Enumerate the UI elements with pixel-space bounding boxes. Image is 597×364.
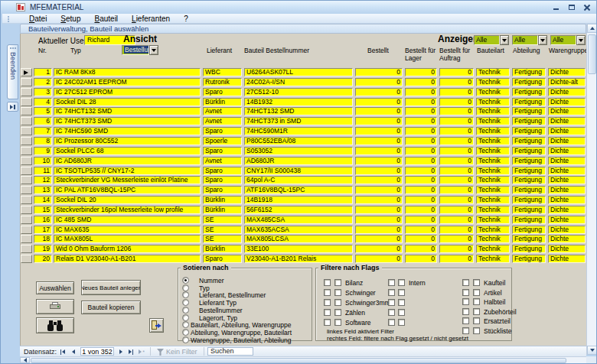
cell-lieferant[interactable]: Bürklin bbox=[203, 245, 242, 253]
cell-lager[interactable]: 0 bbox=[405, 226, 437, 234]
cell-warengruppe[interactable]: Dichte bbox=[548, 226, 586, 234]
cell-bauteilart[interactable]: Technik bbox=[476, 117, 510, 125]
first-record-button[interactable] bbox=[58, 348, 67, 356]
cell-nr[interactable]: 9 bbox=[34, 147, 52, 155]
cell-auftrag[interactable]: 0 bbox=[439, 255, 474, 263]
cell-bestellnummer[interactable]: 14B1932 bbox=[244, 98, 353, 106]
cell-bestellnummer[interactable]: ATF16V8BQL-15PC bbox=[244, 186, 353, 194]
cell-abteilung[interactable]: Fertigung bbox=[512, 186, 546, 194]
cell-lieferant[interactable]: SE bbox=[203, 235, 242, 243]
row-selector[interactable] bbox=[21, 235, 32, 243]
cell-lager[interactable]: 0 bbox=[405, 78, 437, 86]
cell-lager[interactable]: 0 bbox=[405, 127, 437, 135]
cell-auftrag[interactable]: 0 bbox=[439, 127, 474, 135]
last-record-button[interactable] bbox=[126, 348, 135, 356]
cell-auftrag[interactable]: 0 bbox=[439, 147, 474, 155]
cell-typ[interactable]: Wid 0 Ohm Bauform 1206 bbox=[54, 245, 201, 253]
expand-pane-button[interactable] bbox=[7, 102, 18, 112]
row-selector[interactable] bbox=[21, 226, 32, 234]
cell-bestellnummer[interactable]: AD680JR bbox=[244, 157, 353, 165]
cell-lager[interactable]: 0 bbox=[405, 107, 437, 115]
flag-activate-checkbox-col3-1[interactable] bbox=[462, 289, 469, 296]
cell-auftrag[interactable]: 0 bbox=[439, 226, 474, 234]
cell-abteilung[interactable]: Fertigung bbox=[512, 167, 546, 175]
cell-auftrag[interactable]: 0 bbox=[439, 107, 474, 115]
cell-bestellnummer[interactable]: 56F6152 bbox=[244, 206, 353, 214]
cell-abteilung[interactable]: Fertigung bbox=[512, 127, 546, 135]
cell-typ[interactable]: IC AD680JR bbox=[54, 157, 201, 165]
cell-lager[interactable]: 0 bbox=[405, 255, 437, 263]
cell-bauteilart[interactable]: Technik bbox=[476, 255, 510, 263]
scroll-left-button[interactable] bbox=[20, 357, 30, 363]
cell-abteilung[interactable]: Fertigung bbox=[512, 147, 546, 155]
cell-abteilung[interactable]: Fertigung bbox=[512, 98, 546, 106]
print-button[interactable] bbox=[36, 299, 74, 314]
row-selector[interactable] bbox=[21, 186, 32, 194]
row-selector[interactable] bbox=[21, 167, 32, 175]
row-selector[interactable] bbox=[21, 98, 32, 106]
cell-nr[interactable]: 17 bbox=[34, 226, 52, 234]
cell-bestellnummer[interactable]: MAX485CSA bbox=[244, 216, 353, 224]
cell-bestellt[interactable]: 0 bbox=[355, 157, 403, 165]
table-row[interactable]: 18IC MAX805LSEMAX805LCSA000TechnikFertig… bbox=[21, 235, 586, 245]
flag-value-checkbox-col3-4[interactable] bbox=[473, 317, 480, 324]
flag-value-checkbox-col1-4[interactable] bbox=[334, 319, 341, 326]
cell-typ[interactable]: IC PAL ATF16V8BQL-15PC bbox=[54, 186, 201, 194]
cell-warengruppe[interactable]: Dichte bbox=[548, 167, 586, 175]
cell-nr[interactable]: 3 bbox=[34, 88, 52, 96]
ansicht-combobox[interactable]: Bestellung bbox=[122, 45, 158, 55]
cell-warengruppe[interactable]: Dichte bbox=[548, 235, 586, 243]
cell-auftrag[interactable]: 0 bbox=[439, 98, 474, 106]
cell-nr[interactable]: 4 bbox=[34, 98, 52, 106]
table-row[interactable]: 11IC TSOTLP535 // CNY17-2SparoCNY17/II S… bbox=[21, 167, 586, 177]
cell-warengruppe[interactable]: Dichte bbox=[548, 206, 586, 214]
cell-lieferant[interactable]: Sparo bbox=[203, 167, 242, 175]
cell-lieferant[interactable]: Rutronik bbox=[203, 78, 242, 86]
sort-radio-4[interactable] bbox=[182, 307, 189, 314]
table-row[interactable]: 8IC Prozessor 80C552SpoerleP80C552EBA/08… bbox=[21, 137, 586, 147]
sort-radio-0[interactable] bbox=[182, 277, 189, 284]
cell-lager[interactable]: 0 bbox=[405, 137, 437, 145]
cell-nr[interactable]: 15 bbox=[34, 206, 52, 214]
flag-activate-checkbox-col3-4[interactable] bbox=[462, 317, 469, 324]
cell-lieferant[interactable]: WBC bbox=[203, 68, 242, 76]
table-row[interactable]: 4Sockel DIL 28Bürklin14B1932000TechnikFe… bbox=[21, 98, 586, 108]
cell-warengruppe[interactable]: Dichte bbox=[548, 107, 586, 115]
table-row[interactable]: 20Relais D1 V23040-A1-B201SparoV23040-A1… bbox=[21, 255, 586, 265]
cell-auftrag[interactable]: 0 bbox=[439, 176, 474, 184]
cell-auftrag[interactable]: 0 bbox=[439, 186, 474, 194]
table-row[interactable]: 3IC 27C512 EPROMSparo27C512-10000Technik… bbox=[21, 88, 586, 98]
cell-nr[interactable]: 18 bbox=[34, 235, 52, 243]
scroll-down-button[interactable] bbox=[587, 346, 597, 355]
cell-bauteilart[interactable]: Technik bbox=[476, 98, 510, 106]
cell-typ[interactable]: IC 74HCT373 SMD bbox=[54, 117, 201, 125]
cell-bauteilart[interactable]: Technik bbox=[476, 107, 510, 115]
vertical-scrollbar-thumb[interactable] bbox=[588, 34, 596, 74]
cell-typ[interactable]: IC RAM 8Kx8 bbox=[54, 68, 201, 76]
cell-bestellt[interactable]: 0 bbox=[355, 186, 403, 194]
cell-typ[interactable]: IC 74HC590 SMD bbox=[54, 127, 201, 135]
vertical-scrollbar[interactable] bbox=[586, 24, 596, 355]
cell-auftrag[interactable]: 0 bbox=[439, 137, 474, 145]
cell-abteilung[interactable]: Fertigung bbox=[512, 88, 546, 96]
cell-bestellt[interactable]: 0 bbox=[355, 137, 403, 145]
cell-auftrag[interactable]: 0 bbox=[439, 78, 474, 86]
auswaehlen-button[interactable]: Auswählen bbox=[36, 281, 74, 294]
table-row[interactable]: 15Steckverbinder 16pol Messerleite low p… bbox=[21, 206, 586, 216]
flag-activate-checkbox-col2-4[interactable] bbox=[388, 319, 395, 326]
cell-bauteilart[interactable]: Technik bbox=[476, 68, 510, 76]
cell-lieferant[interactable]: SE bbox=[203, 226, 242, 234]
cell-typ[interactable]: IC MAX635 bbox=[54, 226, 201, 234]
flag-activate-checkbox-col3-0[interactable] bbox=[462, 279, 469, 286]
exit-button[interactable] bbox=[149, 318, 164, 333]
cell-auftrag[interactable]: 0 bbox=[439, 167, 474, 175]
cell-bestellt[interactable]: 0 bbox=[355, 78, 403, 86]
cell-lager[interactable]: 0 bbox=[405, 235, 437, 243]
menu-item-lieferanten[interactable]: Lieferanten bbox=[130, 15, 171, 23]
cell-typ[interactable]: IC MAX805L bbox=[54, 235, 201, 243]
cell-typ[interactable]: Steckverbinder VG Messerleiste einlöt Pl… bbox=[54, 176, 201, 184]
flag-value-checkbox-col2-1[interactable] bbox=[398, 289, 405, 296]
cell-abteilung[interactable]: Fertigung bbox=[512, 245, 546, 253]
table-row[interactable]: 14Sockel DIL 20Bürklin14B1918000TechnikF… bbox=[21, 196, 586, 206]
cell-typ[interactable]: Sockel DIL 28 bbox=[54, 98, 201, 106]
